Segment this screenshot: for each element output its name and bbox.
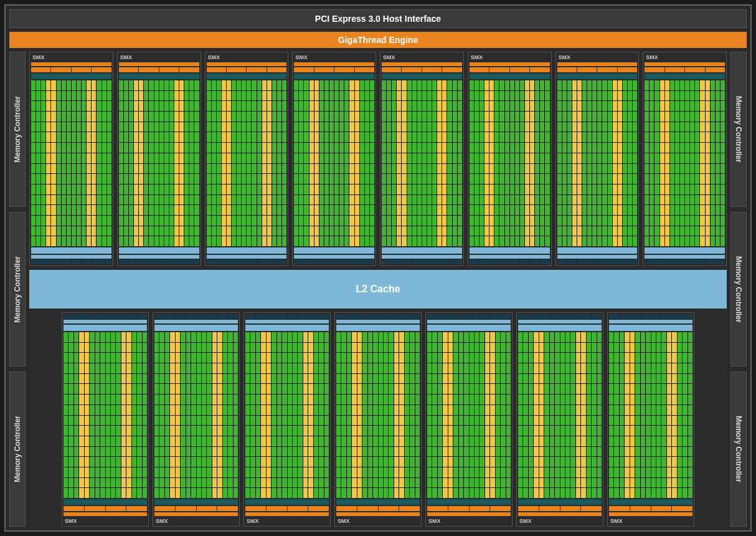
register-file (470, 74, 550, 79)
interconnect (609, 325, 692, 331)
smx-block: SMX (62, 312, 149, 527)
core-grid (645, 80, 725, 246)
core-grid (245, 332, 329, 498)
register-file (382, 74, 462, 79)
interconnect (207, 247, 287, 254)
smx-label: SMX (518, 517, 602, 525)
smx-block: SMX (516, 312, 603, 527)
core-grid (382, 80, 462, 246)
core-grid (336, 332, 420, 498)
l1-shared-mem (645, 255, 725, 259)
register-file (207, 74, 287, 79)
l1-shared-mem (207, 255, 287, 259)
smx-block: SMX (555, 52, 640, 266)
l2-cache: L2 Cache (29, 270, 727, 309)
memory-controller: Memory Controller (9, 52, 26, 207)
smx-label: SMX (64, 517, 147, 525)
core-grid (207, 80, 287, 246)
warp-schedulers (645, 67, 725, 72)
smx-label: SMX (609, 517, 692, 525)
smx-block: SMX (380, 52, 464, 266)
smx-block: SMX (643, 52, 727, 266)
dispatch-strip (518, 512, 602, 516)
warp-schedulers (557, 67, 638, 72)
smx-block: SMX (292, 52, 376, 266)
memory-controllers-left: Memory ControllerMemory ControllerMemory… (9, 52, 26, 527)
register-file (64, 499, 147, 505)
smx-row-bottom: SMXSMXSMXSMXSMXSMXSMX (29, 312, 727, 527)
interconnect (645, 247, 725, 254)
dispatch-strip (64, 512, 147, 516)
tex-units (470, 260, 550, 264)
l1-shared-mem (609, 320, 692, 323)
core-grid (557, 80, 638, 246)
dispatch-strip (427, 512, 511, 516)
register-file (518, 499, 602, 505)
warp-schedulers (207, 67, 287, 72)
interconnect (64, 325, 147, 331)
interconnect (427, 325, 511, 331)
tex-units (557, 260, 638, 264)
memory-controller: Memory Controller (730, 371, 747, 527)
dispatch-strip (382, 62, 462, 66)
smx-label: SMX (31, 54, 111, 61)
smx-label: SMX (119, 54, 199, 61)
core-grid (31, 80, 111, 246)
tex-units (518, 314, 602, 318)
interconnect (245, 325, 329, 331)
dispatch-strip (470, 62, 550, 66)
warp-schedulers (336, 506, 420, 511)
warp-schedulers (294, 67, 374, 72)
register-file (119, 74, 199, 79)
register-file (645, 74, 725, 79)
register-file (245, 499, 329, 505)
warp-schedulers (31, 67, 111, 72)
core-grid (609, 332, 692, 498)
tex-units (64, 314, 147, 318)
dispatch-strip (294, 62, 374, 66)
register-file (557, 74, 638, 79)
smx-block: SMX (425, 312, 513, 527)
register-file (336, 499, 420, 505)
interconnect (31, 247, 111, 254)
tex-units (154, 314, 238, 318)
tex-units (245, 314, 329, 318)
l1-shared-mem (245, 320, 329, 323)
dispatch-strip (154, 512, 238, 516)
smx-block: SMX (205, 52, 289, 266)
interconnect (119, 247, 199, 254)
pci-host-interface: PCI Express 3.0 Host Interface (9, 9, 747, 28)
smx-block: SMX (334, 312, 422, 527)
core-grid (119, 80, 199, 246)
interconnect (470, 247, 550, 254)
smx-block: SMX (243, 312, 331, 527)
dispatch-strip (207, 62, 287, 66)
smx-block: SMX (468, 52, 552, 266)
interconnect (518, 325, 602, 331)
smx-block: SMX (607, 312, 694, 527)
register-file (609, 499, 692, 505)
tex-units (294, 260, 374, 264)
l1-shared-mem (470, 255, 550, 259)
smx-label: SMX (336, 517, 420, 525)
warp-schedulers (609, 506, 692, 511)
dispatch-strip (245, 512, 329, 516)
tex-units (427, 314, 511, 318)
core-grid (294, 80, 374, 246)
l1-shared-mem (382, 255, 462, 259)
warp-schedulers (64, 506, 147, 511)
memory-controller: Memory Controller (730, 52, 747, 207)
warp-schedulers (427, 506, 511, 511)
l1-shared-mem (154, 320, 238, 323)
warp-schedulers (154, 506, 238, 511)
tex-units (207, 260, 287, 264)
tex-units (336, 314, 420, 318)
tex-units (382, 260, 462, 264)
memory-controller: Memory Controller (9, 371, 26, 527)
tex-units (609, 314, 692, 318)
l1-shared-mem (64, 320, 147, 323)
smx-label: SMX (207, 54, 287, 61)
smx-row-top: SMXSMXSMXSMXSMXSMXSMXSMX (29, 52, 727, 266)
dispatch-strip (645, 62, 725, 66)
tex-units (31, 260, 111, 264)
